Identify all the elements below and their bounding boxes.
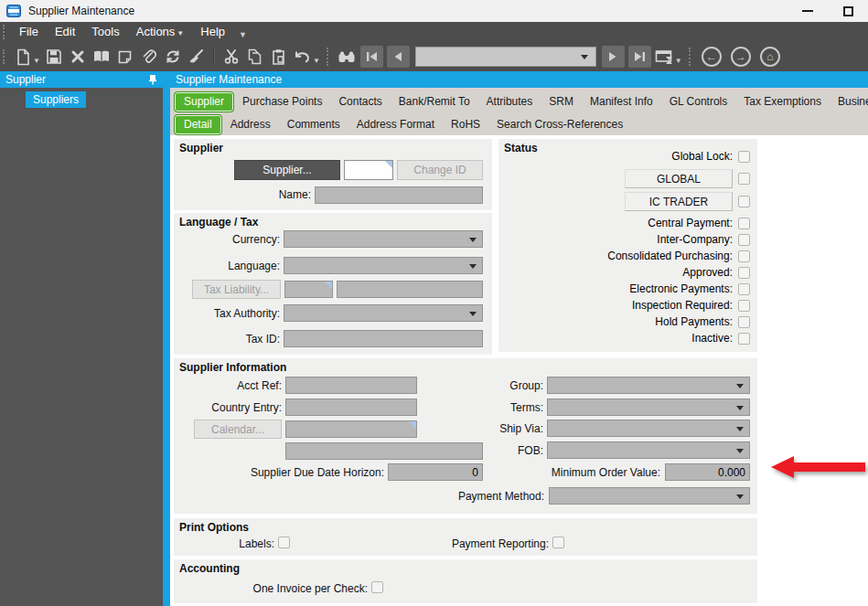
language-dropdown[interactable] xyxy=(284,257,483,274)
payment-method-dropdown[interactable] xyxy=(549,487,750,505)
new-dropdown-icon[interactable]: ▼ xyxy=(33,57,40,65)
country-entry-field[interactable] xyxy=(285,399,417,416)
toolbar-grip[interactable] xyxy=(689,48,692,66)
clear-button[interactable] xyxy=(185,45,209,69)
attachment-button[interactable] xyxy=(137,45,161,69)
inter-company-checkbox[interactable] xyxy=(738,234,750,246)
tab-business-category[interactable]: Business Category xyxy=(830,91,868,112)
tab-gl-controls[interactable]: GL Controls xyxy=(661,91,736,112)
tab-attributes[interactable]: Attributes xyxy=(478,91,541,112)
central-payment-checkbox[interactable] xyxy=(738,218,750,229)
menu-help[interactable]: Help xyxy=(192,22,233,42)
supplier-lookup-button[interactable]: Supplier... xyxy=(234,160,340,180)
inactive-checkbox[interactable] xyxy=(738,333,750,345)
tax-authority-dropdown[interactable] xyxy=(284,304,483,322)
due-date-horizon-field[interactable]: 0 xyxy=(388,463,483,481)
new-document-button[interactable] xyxy=(11,45,35,69)
acct-ref-field[interactable] xyxy=(285,377,417,394)
find-button[interactable] xyxy=(335,45,359,69)
ic-trader-button[interactable]: IC TRADER xyxy=(625,192,733,211)
toolbar-separator xyxy=(213,48,215,66)
tab-contacts[interactable]: Contacts xyxy=(330,91,390,112)
fob-dropdown[interactable] xyxy=(547,441,750,459)
global-checkbox[interactable] xyxy=(738,173,750,185)
record-combobox[interactable] xyxy=(415,47,596,67)
subtab-address-format[interactable]: Address Format xyxy=(348,114,443,135)
name-field[interactable] xyxy=(315,186,483,204)
undo-button[interactable] xyxy=(291,45,315,69)
panel-divider[interactable] xyxy=(163,71,170,606)
subtab-rohs[interactable]: RoHS xyxy=(443,114,488,135)
notes-button[interactable] xyxy=(113,45,137,69)
home-button[interactable]: ⌂ xyxy=(760,47,780,67)
electronic-payments-checkbox[interactable] xyxy=(738,283,750,295)
section-title: Print Options xyxy=(179,521,249,534)
back-button[interactable]: ← xyxy=(702,47,722,67)
ship-via-dropdown[interactable] xyxy=(547,420,750,437)
toolbar-grip[interactable] xyxy=(3,49,7,64)
calendar-description-field[interactable] xyxy=(285,442,483,460)
calendar-field[interactable] xyxy=(285,420,417,438)
global-lock-checkbox[interactable] xyxy=(738,151,750,163)
change-id-button[interactable]: Change ID xyxy=(397,160,483,180)
copy-button[interactable] xyxy=(243,45,267,69)
refresh-button[interactable] xyxy=(161,45,185,69)
next-record-button[interactable] xyxy=(602,46,625,68)
global-button[interactable]: GLOBAL xyxy=(625,169,733,188)
consolidated-purchasing-checkbox[interactable] xyxy=(738,250,750,262)
browse-button[interactable] xyxy=(90,45,113,69)
approved-checkbox[interactable] xyxy=(738,267,750,279)
terms-dropdown[interactable] xyxy=(547,399,750,416)
previous-record-button[interactable] xyxy=(387,46,410,68)
menu-edit[interactable]: Edit xyxy=(47,22,83,42)
last-record-button[interactable] xyxy=(628,46,651,68)
tax-liability-field-1[interactable] xyxy=(284,281,333,298)
menu-actions[interactable]: Actions▼ xyxy=(128,22,193,42)
tab-tax-exemptions[interactable]: Tax Exemptions xyxy=(735,91,830,112)
forward-button[interactable]: → xyxy=(731,47,751,67)
one-invoice-per-check-checkbox[interactable] xyxy=(371,581,383,593)
pin-icon[interactable] xyxy=(148,74,157,85)
menu-overflow-icon[interactable]: ▼ xyxy=(239,25,247,39)
tab-srm[interactable]: SRM xyxy=(541,91,582,112)
app-icon xyxy=(6,4,21,18)
first-record-button[interactable] xyxy=(360,46,383,68)
section-accounting: Accounting One Invoice per Check: xyxy=(174,559,757,603)
undo-dropdown-icon[interactable]: ▼ xyxy=(313,57,320,65)
subtab-comments[interactable]: Comments xyxy=(279,114,348,135)
subtab-search-cross-references[interactable]: Search Cross-References xyxy=(488,114,631,135)
subtab-address[interactable]: Address xyxy=(222,114,279,135)
toolbar-grip[interactable] xyxy=(3,25,7,39)
session-dropdown-icon[interactable]: ▼ xyxy=(675,57,682,65)
group-dropdown[interactable] xyxy=(547,377,750,394)
hold-payments-checkbox[interactable] xyxy=(738,316,750,328)
tab-purchase-points[interactable]: Purchase Points xyxy=(234,91,330,112)
save-button[interactable] xyxy=(42,45,66,69)
maximize-button[interactable] xyxy=(828,0,868,22)
subtab-detail[interactable]: Detail xyxy=(174,114,222,135)
tax-liability-field-2[interactable] xyxy=(337,281,483,298)
calendar-button[interactable]: Calendar... xyxy=(194,420,282,439)
tab-manifest-info[interactable]: Manifest Info xyxy=(582,91,661,112)
delete-button[interactable] xyxy=(66,45,90,69)
tax-id-field[interactable] xyxy=(284,330,483,347)
forward-arrow-icon: → xyxy=(735,51,746,62)
tax-liability-button[interactable]: Tax Liability... xyxy=(192,280,281,299)
tab-bank-remit-to[interactable]: Bank/Remit To xyxy=(391,91,478,112)
labels-checkbox[interactable] xyxy=(278,537,290,548)
supplier-id-input[interactable] xyxy=(344,160,393,180)
currency-dropdown[interactable] xyxy=(284,230,483,248)
menu-tools[interactable]: Tools xyxy=(83,22,127,42)
session-button[interactable] xyxy=(653,45,677,69)
minimize-button[interactable] xyxy=(788,0,828,22)
menu-file[interactable]: File xyxy=(11,22,47,42)
cut-button[interactable] xyxy=(220,45,243,69)
paste-button[interactable] xyxy=(267,45,291,69)
payment-reporting-checkbox[interactable] xyxy=(552,537,564,548)
inspection-required-checkbox[interactable] xyxy=(738,300,750,312)
ic-trader-checkbox[interactable] xyxy=(738,196,750,207)
toolbar-grip[interactable] xyxy=(327,48,330,66)
tab-supplier[interactable]: Supplier xyxy=(174,91,234,112)
sidebar-item-suppliers[interactable]: Suppliers xyxy=(26,91,86,108)
min-order-value-field[interactable]: 0.000 xyxy=(665,463,750,481)
